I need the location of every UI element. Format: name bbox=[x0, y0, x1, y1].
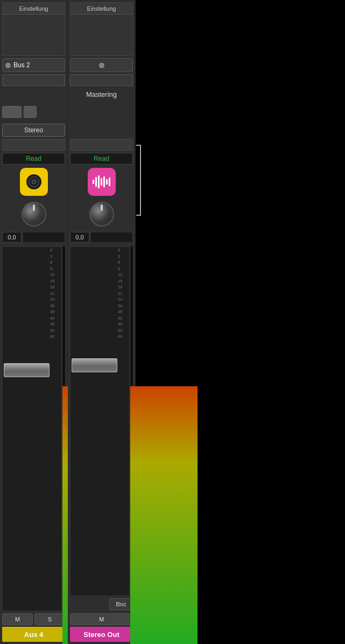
bus-row-stereo[interactable]: ⊗ bbox=[70, 58, 133, 72]
bracket-svg bbox=[135, 143, 143, 218]
fader-handle-aux4[interactable] bbox=[4, 363, 50, 377]
ruler-ticks-aux4: 0 3 6 9 12 15 18 21 24 30 35 40 45 50 60 bbox=[50, 247, 61, 611]
plugin-icon-aux4 bbox=[26, 174, 41, 189]
group-bracket bbox=[135, 143, 143, 218]
channel-strip-aux4: Einstellung ⊗ Bus 2 Stereo Read bbox=[0, 0, 68, 644]
plugin-btn-stereo[interactable] bbox=[88, 168, 116, 196]
bnc-btn-stereo[interactable]: Bnc bbox=[109, 598, 133, 610]
bottom-btns-stereo: M bbox=[70, 613, 133, 625]
channel-name-aux4: Aux 4 bbox=[2, 627, 65, 642]
solo-btn-aux4[interactable]: S bbox=[34, 613, 65, 625]
stereo-btn-aux4[interactable]: Stereo bbox=[2, 124, 65, 137]
insert-area-aux4: Einstellung bbox=[2, 2, 65, 56]
vol-num-stereo[interactable]: 0,0 bbox=[70, 232, 89, 243]
read-btn-aux4[interactable]: Read bbox=[2, 153, 65, 165]
read-btn-stereo[interactable]: Read bbox=[70, 153, 133, 165]
ruler-ticks-stereo: 0 3 6 9 12 15 18 21 24 30 35 40 45 50 60 bbox=[117, 247, 129, 596]
waveform-icon-stereo bbox=[93, 175, 110, 188]
plugin-btn-aux4[interactable] bbox=[20, 168, 48, 196]
fader-handle-stereo[interactable] bbox=[72, 358, 117, 372]
vol-num-aux4[interactable]: 0,0 bbox=[2, 232, 22, 243]
bottom-btns-aux4: M S bbox=[2, 613, 65, 625]
link-icon-stereo: ⊗ bbox=[98, 61, 105, 69]
fader-section-stereo: 0 3 6 9 12 15 18 21 24 30 35 40 45 50 60 bbox=[70, 246, 133, 596]
knob-body-aux4[interactable] bbox=[22, 202, 46, 227]
insert-label-stereo: Einstellung bbox=[87, 5, 116, 12]
auto-area-stereo bbox=[70, 139, 133, 151]
mini-controls-aux4 bbox=[2, 102, 65, 122]
fader-section-aux4: 0 3 6 9 12 15 18 21 24 30 35 40 45 50 60 bbox=[2, 246, 65, 611]
channel-strip-stereo-out: Einstellung ⊗ Mastering R bbox=[68, 0, 136, 644]
fader-column-stereo[interactable]: 0 3 6 9 12 15 18 21 24 30 35 40 45 50 60 bbox=[70, 246, 130, 596]
knob-aux4[interactable] bbox=[20, 200, 48, 228]
knob-stereo[interactable] bbox=[88, 200, 116, 228]
meter-left-stereo bbox=[130, 246, 133, 596]
volume-row-stereo: 0,0 bbox=[70, 231, 133, 243]
fader-column-aux4[interactable]: 0 3 6 9 12 15 18 21 24 30 35 40 45 50 60 bbox=[2, 246, 62, 611]
bus-label-aux4: Bus 2 bbox=[13, 61, 30, 69]
knob-dot-aux4 bbox=[33, 204, 35, 211]
name-field-aux4 bbox=[2, 74, 65, 86]
stereo-btn-placeholder-stereo bbox=[70, 124, 133, 137]
mini-btn2-aux4[interactable] bbox=[24, 106, 37, 118]
mini-btn1-aux4[interactable] bbox=[2, 106, 22, 118]
mute-btn-stereo[interactable]: M bbox=[70, 613, 133, 625]
meter-left-aux4 bbox=[62, 246, 65, 611]
bnc-row-stereo: Bnc bbox=[70, 598, 133, 610]
vol-bar-stereo bbox=[90, 232, 133, 243]
insert-label-aux4: Einstellung bbox=[19, 5, 48, 12]
auto-area-aux4 bbox=[2, 139, 65, 151]
knob-body-stereo[interactable] bbox=[89, 202, 114, 227]
mastering-placeholder-aux4 bbox=[2, 88, 65, 100]
name-field-stereo bbox=[70, 74, 133, 86]
insert-area-stereo: Einstellung bbox=[70, 2, 133, 56]
mute-btn-aux4[interactable]: M bbox=[2, 613, 33, 625]
vol-bar-aux4 bbox=[23, 232, 65, 243]
link-icon-aux4: ⊗ bbox=[5, 61, 11, 69]
bus-row-aux4[interactable]: ⊗ Bus 2 bbox=[2, 58, 65, 72]
channel-name-stereo-out: Stereo Out bbox=[70, 627, 133, 642]
mini-controls-stereo bbox=[70, 102, 133, 122]
volume-row-aux4: 0,0 bbox=[2, 231, 65, 243]
knob-dot-stereo bbox=[101, 204, 103, 211]
mastering-label: Mastering bbox=[70, 88, 133, 100]
